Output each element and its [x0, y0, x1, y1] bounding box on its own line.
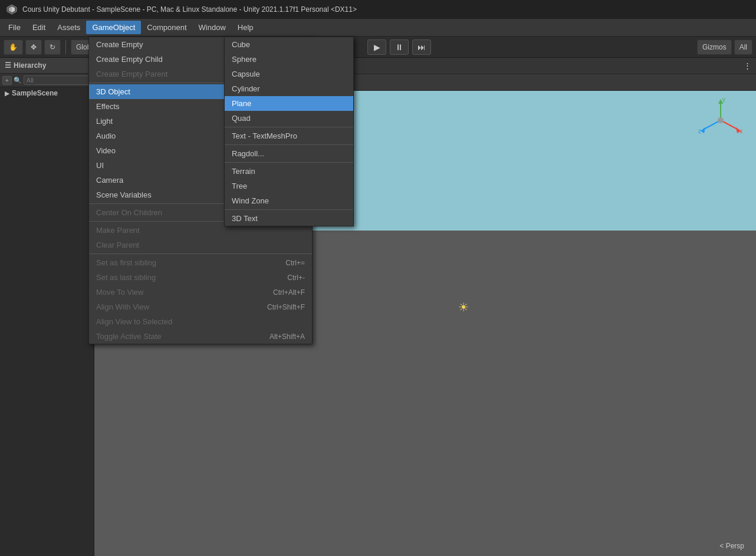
set-first-sibling-label: Set as first sibling [96, 258, 156, 267]
svg-text:y: y [722, 97, 725, 103]
step-button[interactable]: ⏭ [412, 40, 431, 55]
menu-set-first-sibling: Set as first sibling Ctrl+= [89, 255, 312, 270]
hierarchy-search-icon: 🔍 [14, 77, 22, 84]
hierarchy-header: ☰ Hierarchy [0, 58, 94, 74]
create-empty-parent-label: Create Empty Parent [96, 70, 167, 78]
camera-label: Camera [96, 176, 123, 185]
clear-parent-label: Clear Parent [96, 241, 139, 249]
hierarchy-scene-item[interactable]: ▶ SampleScene [0, 87, 94, 99]
submenu-3d-object: Cube Sphere Capsule Cylinder Plane Quad … [224, 37, 354, 226]
menu-move-to-view: Move To View Ctrl+Alt+F [89, 285, 312, 300]
submenu-textmeshpro[interactable]: Text - TextMeshPro [225, 129, 353, 143]
move-to-view-shortcut: Ctrl+Alt+F [273, 288, 305, 297]
rotate-tool-btn[interactable]: ↻ [44, 40, 61, 55]
scene-arrow: ▶ [5, 90, 9, 97]
submenu-sep-1 [225, 127, 353, 127]
persp-label: < Persp [719, 542, 744, 550]
tree-label: Tree [232, 182, 247, 190]
submenu-sphere[interactable]: Sphere [225, 52, 353, 67]
title-text: Cours Unity Debutant - SampleScene - PC,… [22, 5, 357, 14]
move-tool-btn[interactable]: ✥ [25, 40, 42, 55]
create-empty-label: Create Empty [96, 40, 143, 49]
menu-set-last-sibling: Set as last sibling Ctrl+- [89, 270, 312, 285]
terrain-label: Terrain [232, 167, 255, 176]
submenu-capsule[interactable]: Capsule [225, 67, 353, 81]
submenu-terrain[interactable]: Terrain [225, 164, 353, 179]
submenu-tree[interactable]: Tree [225, 179, 353, 193]
menu-bar: File Edit Assets GameObject Component Wi… [0, 19, 756, 37]
hierarchy-add-btn[interactable]: + [2, 76, 12, 85]
move-to-view-label: Move To View [96, 288, 143, 297]
scene-variables-label: Scene Variables [96, 190, 152, 199]
hierarchy-toolbar: + 🔍 [0, 74, 94, 87]
make-parent-label: Make Parent [96, 226, 140, 235]
hierarchy-icon: ☰ [5, 61, 11, 70]
menu-help[interactable]: Help [232, 21, 259, 34]
hand-tool-btn[interactable]: ✋ [4, 40, 23, 55]
hierarchy-panel: ☰ Hierarchy + 🔍 ▶ SampleScene [0, 58, 94, 556]
effects-label: Effects [96, 102, 120, 111]
sphere-label: Sphere [232, 55, 257, 64]
svg-line-10 [703, 120, 721, 130]
toggle-active-state-label: Toggle Active State [96, 332, 162, 341]
svg-text:z: z [698, 128, 701, 134]
textmeshpro-label: Text - TextMeshPro [232, 131, 297, 140]
ui-label: UI [96, 161, 104, 170]
quad-label: Quad [232, 114, 251, 123]
axis-gizmo: y x z [697, 97, 744, 144]
all-btn[interactable]: All [734, 40, 752, 55]
submenu-3d-text[interactable]: 3D Text [225, 211, 353, 226]
menu-assets[interactable]: Assets [51, 21, 86, 34]
wind-zone-label: Wind Zone [232, 196, 269, 205]
svg-marker-11 [701, 127, 705, 133]
ragdoll-label: Ragdoll... [232, 149, 264, 158]
menu-clear-parent: Clear Parent [89, 238, 312, 252]
submenu-ragdoll[interactable]: Ragdoll... [225, 146, 353, 161]
3d-text-label: 3D Text [232, 214, 258, 223]
align-with-view-shortcut: Ctrl+Shift+F [267, 303, 305, 311]
center-on-children-label: Center On Children [96, 208, 162, 217]
submenu-wind-zone[interactable]: Wind Zone [225, 193, 353, 208]
title-bar: Cours Unity Debutant - SampleScene - PC,… [0, 0, 756, 19]
submenu-quad[interactable]: Quad [225, 111, 353, 126]
set-last-sibling-shortcut: Ctrl+- [287, 274, 305, 282]
set-last-sibling-label: Set as last sibling [96, 273, 156, 282]
menu-sep-4 [89, 254, 312, 254]
light-label: Light [96, 117, 113, 126]
menu-toggle-active-state: Toggle Active State Alt+Shift+A [89, 329, 312, 344]
toggle-active-state-shortcut: Alt+Shift+A [269, 333, 305, 341]
3d-object-label: 3D Object [96, 87, 130, 96]
menu-align-with-view: Align With View Ctrl+Shift+F [89, 300, 312, 314]
unity-logo [6, 4, 18, 15]
gizmos-btn[interactable]: Gizmos [697, 40, 732, 55]
svg-point-13 [718, 117, 724, 123]
svg-text:x: x [739, 128, 742, 134]
align-view-to-selected-label: Align View to Selected [96, 317, 172, 326]
scene-label: SampleScene [12, 89, 58, 97]
audio-label: Audio [96, 131, 116, 140]
toolbar-sep-1 [65, 40, 66, 54]
menu-edit[interactable]: Edit [27, 21, 51, 34]
set-first-sibling-shortcut: Ctrl+= [285, 259, 305, 267]
menu-window[interactable]: Window [193, 21, 232, 34]
submenu-cube[interactable]: Cube [225, 37, 353, 52]
submenu-sep-4 [225, 209, 353, 210]
submenu-cylinder[interactable]: Cylinder [225, 81, 353, 96]
pause-button[interactable]: ⏸ [390, 40, 409, 55]
menu-file[interactable]: File [2, 21, 27, 34]
play-button[interactable]: ▶ [367, 40, 386, 55]
sun-icon: ☀ [458, 300, 469, 314]
svg-line-7 [721, 120, 738, 130]
hierarchy-title: Hierarchy [14, 61, 46, 70]
menu-gameobject[interactable]: GameObject [86, 21, 141, 34]
submenu-plane[interactable]: Plane [225, 96, 353, 111]
scene-more-btn[interactable]: ⋮ [739, 59, 756, 73]
align-with-view-label: Align With View [96, 302, 149, 311]
video-label: Video [96, 146, 116, 155]
cylinder-label: Cylinder [232, 84, 260, 93]
cube-label: Cube [232, 40, 250, 49]
menu-align-view-to-selected: Align View to Selected [89, 314, 312, 329]
submenu-sep-2 [225, 144, 353, 145]
menu-component[interactable]: Component [141, 21, 192, 34]
plane-label: Plane [232, 99, 251, 108]
